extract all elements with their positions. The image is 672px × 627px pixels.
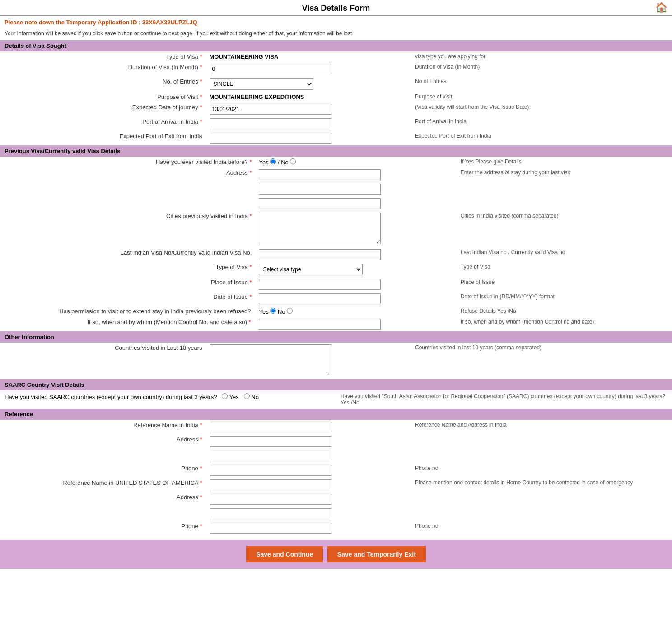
visa-no-label: Last Indian Visa No/Currently valid Indi… [0, 247, 255, 262]
ref-phone-india-field[interactable] [206, 463, 412, 478]
ref-phone-india-input[interactable] [210, 465, 331, 476]
purpose-help: Purpose of visit [411, 92, 672, 102]
ref-address-usa-input-1[interactable] [210, 494, 331, 505]
ref-name-india-field[interactable] [206, 420, 412, 434]
save-continue-button[interactable]: Save and Continue [246, 546, 323, 562]
type-visa-select-cell[interactable]: Select visa type Tourist Business Employ… [255, 262, 457, 277]
place-issue-input[interactable] [259, 279, 381, 290]
expected-date-help: (Visa validity will start from the Visa … [411, 102, 672, 116]
save-exit-button[interactable]: Save and Temporarily Exit [327, 546, 426, 562]
ref-address-india-field-2[interactable] [206, 449, 412, 463]
ref-address-india-field-1[interactable] [206, 434, 412, 449]
port-exit-input[interactable] [210, 133, 331, 144]
place-issue-help: Place of Issue [457, 277, 672, 292]
address-input-1[interactable] [259, 169, 381, 180]
countries-visited-label: Countries Visited in Last 10 years [0, 343, 206, 379]
duration-input[interactable] [210, 64, 331, 74]
expected-date-field[interactable] [206, 102, 412, 116]
expected-date-label: Expected Date of journey * [0, 102, 206, 116]
expected-date-input[interactable] [210, 104, 331, 115]
info-note: Your Information will be saved if you cl… [0, 28, 672, 40]
saarc-no-radio[interactable] [244, 393, 250, 399]
port-exit-label: Expected Port of Exit from India [0, 131, 206, 145]
countries-visited-textarea[interactable] [210, 344, 331, 376]
visited-yes-radio[interactable] [270, 158, 276, 164]
refused-yes-radio[interactable] [270, 308, 276, 314]
entries-help: No of Entries [411, 76, 672, 92]
ref-address-usa-field-2[interactable] [206, 506, 412, 521]
ref-phone-india-label: Phone * [0, 463, 206, 478]
visited-no-radio[interactable] [290, 158, 296, 164]
port-arrival-field[interactable] [206, 116, 412, 131]
refused-detail-input[interactable] [259, 319, 381, 330]
address-input-3[interactable] [259, 198, 381, 209]
address-field-1[interactable] [255, 167, 457, 182]
section-saarc: SAARC Country Visit Details [0, 379, 672, 390]
place-issue-label: Place of Issue * [0, 277, 255, 292]
ref-address-usa-field-1[interactable] [206, 492, 412, 506]
ref-phone-india-help: Phone no [411, 463, 672, 478]
temp-id-bar: Please note down the Temporary Applicati… [0, 16, 672, 28]
ref-name-usa-input[interactable] [210, 479, 331, 490]
type-visa-select[interactable]: Select visa type Tourist Business Employ… [259, 264, 363, 275]
page-title: Visa Details Form [0, 0, 672, 15]
countries-visited-field[interactable] [206, 343, 412, 379]
type-visa-help: Type of Visa [457, 262, 672, 277]
ref-address-india-input-2[interactable] [210, 451, 331, 461]
cities-textarea[interactable] [259, 213, 381, 244]
cities-help: Cities in India visited (comma separated… [457, 211, 672, 247]
visited-yes-radio-group[interactable]: Yes / No [259, 159, 296, 166]
port-exit-help: Expected Port of Exit from India [411, 131, 672, 145]
port-arrival-input[interactable] [210, 118, 331, 129]
ref-name-india-input[interactable] [210, 422, 331, 432]
type-of-visa-help: visa type you are applying for [411, 51, 672, 62]
ref-name-usa-field[interactable] [206, 478, 412, 492]
footer-bar: Save and Continue Save and Temporarily E… [0, 540, 672, 569]
ref-name-usa-label: Reference Name in UNITED STATES OF AMERI… [0, 478, 206, 492]
ref-phone-usa-input[interactable] [210, 523, 331, 534]
saarc-yes-radio[interactable] [222, 393, 228, 399]
ref-name-usa-help: Please mention one contact details in Ho… [411, 478, 672, 492]
entries-select[interactable]: SINGLE DOUBLE MULTIPLE [210, 78, 313, 90]
date-issue-field[interactable] [255, 292, 457, 306]
ref-name-india-help: Reference Name and Address in India [411, 420, 672, 434]
ref-phone-usa-field[interactable] [206, 521, 412, 535]
section-visa-details: Details of Visa Sought [0, 40, 672, 51]
refused-label: Has permission to visit or to extend sta… [0, 306, 255, 317]
refused-detail-label: If so, when and by whom (Mention Control… [0, 317, 255, 331]
type-visa-select-label: Type of Visa * [0, 262, 255, 277]
visited-before-field[interactable]: Yes / No [255, 157, 457, 167]
port-exit-field[interactable] [206, 131, 412, 145]
ref-address-usa-label: Address * [0, 492, 206, 506]
purpose-label: Purpose of Visit * [0, 92, 206, 102]
visa-no-input[interactable] [259, 249, 381, 260]
home-icon[interactable]: 🏠 [655, 2, 667, 14]
refused-no-radio[interactable] [287, 308, 293, 314]
date-issue-help: Date of Issue in (DD/MM/YYYY) format [457, 292, 672, 306]
saarc-question-label: Have you visited SAARC countries (except… [0, 390, 336, 409]
refused-detail-field[interactable] [255, 317, 457, 331]
type-of-visa-value: MOUNTAINEERING VISA [206, 51, 412, 62]
type-of-visa-label: Type of Visa * [0, 51, 206, 62]
cities-field[interactable] [255, 211, 457, 247]
date-issue-input[interactable] [259, 293, 381, 304]
entries-label: No. of Entries * [0, 76, 206, 92]
ref-phone-usa-help: Phone no [411, 521, 672, 535]
address-help: Enter the address of stay during your la… [457, 167, 672, 182]
ref-address-india-input-1[interactable] [210, 436, 331, 447]
ref-address-usa-input-2[interactable] [210, 508, 331, 519]
visited-before-label: Have you ever visited India before? * [0, 157, 255, 167]
ref-address-usa-label-2 [0, 506, 206, 521]
address-input-2[interactable] [259, 184, 381, 195]
visa-no-field[interactable] [255, 247, 457, 262]
address-field-3[interactable] [255, 196, 457, 211]
duration-help: Duration of Visa (In Month) [411, 62, 672, 76]
duration-field[interactable] [206, 62, 412, 76]
duration-label: Duration of Visa (In Month) * [0, 62, 206, 76]
entries-select-cell[interactable]: SINGLE DOUBLE MULTIPLE [206, 76, 412, 92]
place-issue-field[interactable] [255, 277, 457, 292]
visited-before-help: If Yes Please give Details [457, 157, 672, 167]
refused-detail-help: If so, when and by whom (mention Control… [457, 317, 672, 331]
refused-field[interactable]: Yes No [255, 306, 457, 317]
address-field-2[interactable] [255, 182, 457, 196]
